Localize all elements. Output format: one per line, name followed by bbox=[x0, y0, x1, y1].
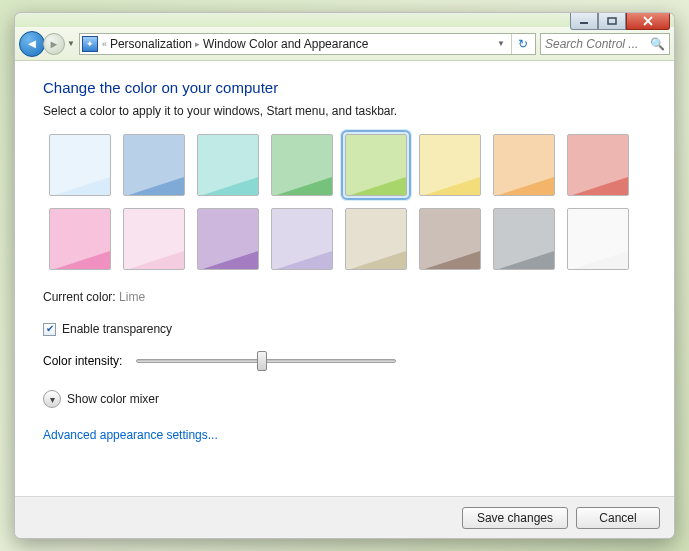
gloss-overlay bbox=[123, 134, 185, 196]
svg-rect-0 bbox=[580, 22, 588, 24]
gloss-overlay bbox=[271, 208, 333, 270]
refresh-button[interactable]: ↻ bbox=[511, 34, 533, 54]
gloss-overlay bbox=[271, 134, 333, 196]
gloss-overlay bbox=[493, 134, 555, 196]
address-dropdown[interactable]: ▼ bbox=[493, 39, 509, 48]
content-area: Change the color on your computer Select… bbox=[15, 61, 674, 496]
color-swatch-fuchsia[interactable] bbox=[49, 208, 111, 270]
save-changes-button[interactable]: Save changes bbox=[462, 507, 568, 529]
gloss-overlay bbox=[419, 208, 481, 270]
color-swatch-frost[interactable] bbox=[567, 208, 629, 270]
color-swatch-grid bbox=[49, 134, 646, 270]
maximize-button[interactable] bbox=[598, 12, 626, 30]
page-subtitle: Select a color to apply it to your windo… bbox=[43, 104, 646, 118]
color-swatch-chocolate[interactable] bbox=[419, 208, 481, 270]
gloss-overlay bbox=[49, 208, 111, 270]
color-intensity-slider[interactable] bbox=[136, 359, 396, 363]
gloss-overlay bbox=[345, 208, 407, 270]
forward-button[interactable]: ► bbox=[43, 33, 65, 55]
chevron-down-icon: ▾ bbox=[50, 394, 55, 405]
show-color-mixer-expander[interactable]: ▾ bbox=[43, 390, 61, 408]
search-box[interactable]: 🔍 bbox=[540, 33, 670, 55]
control-panel-icon: ✦ bbox=[82, 36, 98, 52]
gloss-overlay bbox=[493, 208, 555, 270]
nav-buttons: ◄ ► ▼ bbox=[19, 31, 75, 57]
control-panel-window: ◄ ► ▼ ✦ « Personalization ▸ Window Color… bbox=[14, 12, 675, 539]
current-color-line: Current color: Lime bbox=[43, 290, 646, 304]
footer: Save changes Cancel bbox=[15, 496, 674, 538]
color-intensity-label: Color intensity: bbox=[43, 354, 122, 368]
chevron-left-icon: « bbox=[102, 39, 107, 49]
breadcrumb-current[interactable]: Window Color and Appearance bbox=[203, 37, 368, 51]
gloss-overlay bbox=[49, 134, 111, 196]
color-swatch-violet[interactable] bbox=[197, 208, 259, 270]
color-swatch-sun[interactable] bbox=[419, 134, 481, 196]
color-intensity-row: Color intensity: bbox=[43, 354, 646, 368]
advanced-appearance-link[interactable]: Advanced appearance settings... bbox=[43, 428, 218, 442]
color-swatch-taupe[interactable] bbox=[345, 208, 407, 270]
address-bar[interactable]: ✦ « Personalization ▸ Window Color and A… bbox=[79, 33, 536, 55]
refresh-icon: ↻ bbox=[518, 37, 528, 51]
search-icon: 🔍 bbox=[650, 37, 665, 51]
arrow-left-icon: ◄ bbox=[26, 36, 39, 51]
minimize-icon bbox=[579, 17, 589, 25]
breadcrumb: « Personalization ▸ Window Color and App… bbox=[102, 37, 369, 51]
color-swatch-lime[interactable] bbox=[345, 134, 407, 196]
window-controls bbox=[570, 12, 670, 30]
color-swatch-sea[interactable] bbox=[197, 134, 259, 196]
check-icon: ✔ bbox=[46, 324, 54, 334]
gloss-overlay bbox=[567, 208, 629, 270]
gloss-overlay bbox=[123, 208, 185, 270]
current-color-label: Current color: bbox=[43, 290, 116, 304]
close-button[interactable] bbox=[626, 12, 670, 30]
close-icon bbox=[642, 16, 654, 26]
gloss-overlay bbox=[567, 134, 629, 196]
color-swatch-twilight[interactable] bbox=[123, 134, 185, 196]
svg-rect-1 bbox=[608, 18, 616, 24]
enable-transparency-label: Enable transparency bbox=[62, 322, 172, 336]
color-swatch-pumpkin[interactable] bbox=[493, 134, 555, 196]
show-color-mixer-row: ▾ Show color mixer bbox=[43, 390, 646, 408]
slider-thumb[interactable] bbox=[257, 351, 267, 371]
toolbar: ◄ ► ▼ ✦ « Personalization ▸ Window Color… bbox=[15, 27, 674, 61]
gloss-overlay bbox=[197, 208, 259, 270]
gloss-overlay bbox=[345, 134, 407, 196]
show-color-mixer-label: Show color mixer bbox=[67, 392, 159, 406]
page-title: Change the color on your computer bbox=[43, 79, 646, 96]
cancel-button[interactable]: Cancel bbox=[576, 507, 660, 529]
nav-history-dropdown[interactable]: ▼ bbox=[67, 39, 75, 48]
minimize-button[interactable] bbox=[570, 12, 598, 30]
breadcrumb-parent[interactable]: Personalization bbox=[110, 37, 192, 51]
gloss-overlay bbox=[197, 134, 259, 196]
search-input[interactable] bbox=[545, 37, 650, 51]
titlebar bbox=[15, 13, 674, 27]
arrow-right-icon: ► bbox=[49, 38, 60, 50]
current-color-value: Lime bbox=[119, 290, 145, 304]
color-swatch-sky[interactable] bbox=[49, 134, 111, 196]
maximize-icon bbox=[607, 17, 617, 25]
color-swatch-blush[interactable] bbox=[123, 208, 185, 270]
color-swatch-leaf[interactable] bbox=[271, 134, 333, 196]
enable-transparency-checkbox[interactable]: ✔ bbox=[43, 323, 56, 336]
color-swatch-lavender[interactable] bbox=[271, 208, 333, 270]
enable-transparency-row: ✔ Enable transparency bbox=[43, 322, 646, 336]
back-button[interactable]: ◄ bbox=[19, 31, 45, 57]
chevron-right-icon: ▸ bbox=[195, 39, 200, 49]
color-swatch-ruby[interactable] bbox=[567, 134, 629, 196]
color-swatch-slate[interactable] bbox=[493, 208, 555, 270]
gloss-overlay bbox=[419, 134, 481, 196]
